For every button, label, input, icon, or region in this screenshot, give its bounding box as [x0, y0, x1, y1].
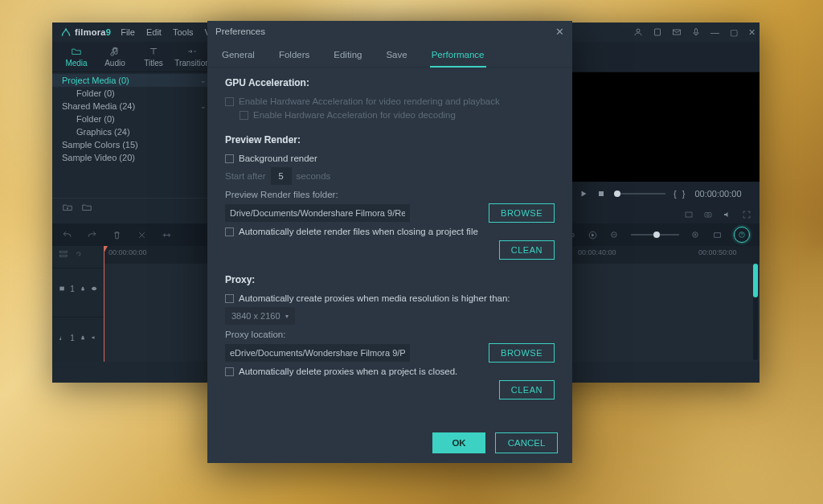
menu-edit[interactable]: Edit [146, 27, 162, 37]
preview-render-section: Preview Render: Background render Start … [225, 134, 555, 260]
ruler-tick: 00:00:00:00 [109, 248, 147, 256]
svg-rect-2 [695, 29, 698, 34]
background-render-row: Background render [225, 154, 555, 163]
audio-track-head[interactable]: 1 [52, 317, 104, 358]
note-icon [59, 334, 65, 342]
cancel-button[interactable]: CANCEL [495, 432, 558, 453]
eye-icon[interactable] [91, 285, 97, 293]
window-close[interactable]: ✕ [747, 28, 756, 37]
chevron-down-icon: ⌄ [200, 76, 207, 84]
svg-rect-16 [81, 289, 84, 291]
tab-general[interactable]: General [220, 47, 256, 67]
tab-folders[interactable]: Folders [277, 47, 311, 67]
mic-icon[interactable] [691, 27, 701, 37]
gpu-render-playback-label: Enable Hardware Acceleration for video r… [239, 96, 500, 106]
delete-icon[interactable] [112, 230, 122, 240]
stop-icon[interactable] [596, 189, 606, 199]
auto-create-proxy-checkbox[interactable] [225, 294, 234, 303]
menu-file[interactable]: File [121, 27, 135, 37]
new-folder-icon[interactable] [62, 202, 73, 213]
background-render-checkbox[interactable] [225, 154, 234, 163]
lock-icon[interactable] [80, 285, 86, 293]
svg-rect-15 [59, 287, 63, 291]
dialog-titlebar: Preferences ✕ [207, 21, 572, 42]
tree-sample-colors[interactable]: Sample Colors (15) [52, 138, 213, 151]
chain-icon[interactable] [73, 249, 83, 259]
redo-icon[interactable] [87, 230, 97, 240]
notes-icon[interactable] [653, 27, 662, 37]
tree-project-media[interactable]: Project Media (0)⌄ [52, 74, 213, 87]
marker-brackets[interactable]: { } [674, 189, 686, 199]
tracks-icon[interactable] [59, 249, 68, 259]
video-track-head[interactable]: 1 [52, 268, 104, 309]
dialog-title: Preferences [215, 27, 265, 36]
open-folder-icon[interactable] [81, 202, 92, 213]
render-clean-button[interactable]: CLEAN [499, 240, 555, 260]
volume-icon[interactable] [723, 210, 732, 219]
proxy-resolution-select[interactable]: 3840 x 2160▾ [225, 307, 295, 325]
preview-progress[interactable] [614, 193, 665, 195]
proxy-clean-button[interactable]: CLEAN [499, 380, 555, 400]
ribbon-tab-titles[interactable]: Titles [134, 42, 173, 72]
ribbon-tab-media[interactable]: Media [57, 42, 96, 72]
background-render-label: Background render [239, 154, 317, 163]
menu-tools[interactable]: Tools [173, 27, 194, 37]
quality-icon[interactable] [684, 210, 694, 219]
tab-save[interactable]: Save [384, 47, 408, 67]
zoom-out-icon[interactable] [609, 230, 620, 240]
dialog-close-button[interactable]: ✕ [555, 26, 564, 38]
zoom-fit-icon[interactable] [712, 230, 723, 240]
start-after-row: Start after seconds [225, 167, 555, 185]
crop-icon[interactable] [162, 230, 172, 240]
tab-editing[interactable]: Editing [332, 47, 363, 67]
window-minimize[interactable]: — [710, 28, 719, 37]
lock-icon[interactable] [80, 334, 86, 342]
auto-delete-render-checkbox[interactable] [225, 227, 234, 236]
window-maximize[interactable]: ▢ [729, 28, 738, 37]
speaker-icon[interactable] [91, 334, 97, 342]
gpu-decoding-checkbox[interactable] [240, 111, 248, 120]
mail-icon[interactable] [672, 27, 682, 37]
svg-rect-18 [81, 338, 84, 340]
account-icon[interactable] [633, 27, 643, 37]
playhead[interactable] [104, 246, 104, 362]
snapshot-icon[interactable] [703, 210, 713, 219]
render-browse-button[interactable]: BROWSE [489, 203, 555, 223]
gpu-render-playback-checkbox[interactable] [225, 97, 234, 106]
start-after-input[interactable] [271, 167, 292, 185]
tree-graphics[interactable]: Graphics (24) [52, 125, 213, 138]
play-icon[interactable] [579, 189, 588, 199]
tree-shared-media[interactable]: Shared Media (24)⌄ [52, 100, 213, 113]
undo-icon[interactable] [62, 230, 72, 240]
proxy-browse-button[interactable]: BROWSE [489, 343, 555, 363]
svg-rect-1 [674, 30, 681, 35]
film-icon [59, 285, 65, 293]
ok-button[interactable]: OK [432, 432, 485, 453]
zoom-slider[interactable] [631, 234, 679, 236]
tree-sample-video[interactable]: Sample Video (20) [52, 151, 213, 164]
proxy-clean-row: CLEAN [225, 380, 555, 400]
gpu-section: GPU Acceleration: Enable Hardware Accele… [225, 77, 555, 120]
render-icon[interactable] [588, 230, 598, 240]
proxy-resolution-row: 3840 x 2160▾ [225, 307, 555, 325]
audio-icon [109, 46, 121, 57]
zoom-in-icon[interactable] [690, 230, 701, 240]
tab-performance[interactable]: Performance [430, 47, 486, 68]
gpu-decoding-label: Enable Hardware Acceleration for video d… [253, 110, 456, 120]
preview-controls: { } 00:00:00:00 [571, 182, 760, 206]
timeline-scrollbar[interactable] [753, 264, 758, 360]
ribbon-tab-transition[interactable]: Transition [173, 42, 211, 72]
tree-folder[interactable]: Folder (0) [52, 87, 213, 100]
tree-folder[interactable]: Folder (0) [52, 113, 213, 125]
auto-delete-proxy-checkbox[interactable] [225, 367, 234, 376]
split-icon[interactable] [137, 230, 147, 240]
help-ring-button[interactable] [734, 227, 750, 243]
preview-viewport[interactable] [571, 72, 760, 182]
render-folder-input[interactable] [225, 204, 410, 222]
dialog-footer: OK CANCEL [432, 432, 558, 453]
proxy-location-label: Proxy location: [225, 330, 555, 339]
gpu-render-playback-row: Enable Hardware Acceleration for video r… [225, 96, 555, 106]
fullscreen-icon[interactable] [742, 210, 751, 219]
proxy-location-input[interactable] [225, 344, 410, 362]
ribbon-tab-audio[interactable]: Audio [96, 42, 134, 72]
